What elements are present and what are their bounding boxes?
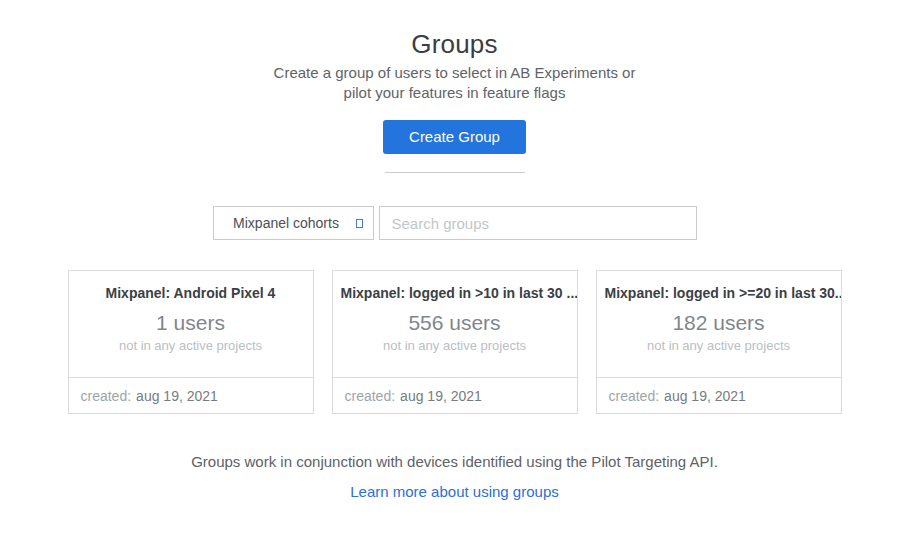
cohort-source-dropdown-value: Mixpanel cohorts: [233, 215, 353, 231]
dropdown-box-icon: [356, 219, 363, 228]
group-card-body: Mixpanel: logged in >10 in last 30 ... 5…: [333, 271, 577, 377]
group-card[interactable]: Mixpanel: logged in >=20 in last 30... 1…: [596, 270, 842, 414]
group-created-label: created:: [81, 388, 132, 404]
group-users-count: 182 users: [597, 311, 841, 335]
cohort-source-dropdown[interactable]: Mixpanel cohorts: [213, 206, 374, 240]
page-footer: Groups work in conjunction with devices …: [0, 453, 909, 501]
group-created-label: created:: [345, 388, 396, 404]
group-card[interactable]: Mixpanel: Android Pixel 4 1 users not in…: [68, 270, 314, 414]
group-title: Mixpanel: logged in >10 in last 30 ...: [333, 284, 577, 302]
group-created-date: aug 19, 2021: [136, 388, 218, 404]
page-subtitle: Create a group of users to select in AB …: [0, 63, 909, 103]
group-users-count: 556 users: [333, 311, 577, 335]
group-status: not in any active projects: [597, 338, 841, 354]
search-groups-input[interactable]: [379, 206, 697, 240]
group-card-body: Mixpanel: logged in >=20 in last 30... 1…: [597, 271, 841, 377]
group-card[interactable]: Mixpanel: logged in >10 in last 30 ... 5…: [332, 270, 578, 414]
group-card-footer: created: aug 19, 2021: [69, 377, 313, 413]
group-users-count: 1 users: [69, 311, 313, 335]
page-subtitle-line-2: pilot your features in feature flags: [0, 83, 909, 103]
group-status: not in any active projects: [333, 338, 577, 354]
group-created-date: aug 19, 2021: [664, 388, 746, 404]
group-card-list: Mixpanel: Android Pixel 4 1 users not in…: [0, 270, 909, 414]
group-title: Mixpanel: logged in >=20 in last 30...: [597, 284, 841, 302]
header-divider: [385, 172, 525, 173]
page-subtitle-line-1: Create a group of users to select in AB …: [0, 63, 909, 83]
groups-page: Groups Create a group of users to select…: [0, 0, 909, 558]
group-card-footer: created: aug 19, 2021: [333, 377, 577, 413]
page-title: Groups: [0, 28, 909, 60]
learn-more-link[interactable]: Learn more about using groups: [350, 483, 558, 500]
group-created-date: aug 19, 2021: [400, 388, 482, 404]
footer-info-text: Groups work in conjunction with devices …: [0, 453, 909, 470]
group-card-footer: created: aug 19, 2021: [597, 377, 841, 413]
create-group-button[interactable]: Create Group: [383, 120, 526, 154]
group-card-body: Mixpanel: Android Pixel 4 1 users not in…: [69, 271, 313, 377]
group-status: not in any active projects: [69, 338, 313, 354]
filter-bar: Mixpanel cohorts: [0, 206, 909, 240]
group-created-label: created:: [609, 388, 660, 404]
page-header: Groups Create a group of users to select…: [0, 0, 909, 173]
group-title: Mixpanel: Android Pixel 4: [69, 284, 313, 302]
